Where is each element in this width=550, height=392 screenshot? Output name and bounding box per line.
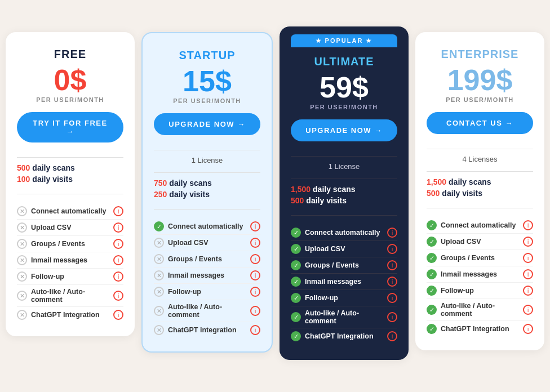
feature-item-enterprise-3: ✓Inmail messagesi (427, 266, 533, 283)
info-icon-enterprise-2[interactable]: i (523, 253, 533, 263)
info-icon-free-6[interactable]: i (113, 310, 123, 320)
info-icon-startup-5[interactable]: i (250, 306, 260, 316)
feature-left-startup-2: ✕Groups / Events (154, 254, 250, 264)
feature-list-enterprise: ✓Connect automaticallyi✓Upload CSVi✓Grou… (427, 217, 533, 337)
info-icon-ultimate-5[interactable]: i (387, 312, 397, 322)
info-icon-enterprise-4[interactable]: i (523, 286, 533, 296)
check-icon-ultimate-0: ✓ (291, 228, 301, 238)
info-icon-startup-1[interactable]: i (250, 238, 260, 248)
feature-left-enterprise-0: ✓Connect automatically (427, 220, 523, 230)
info-icon-free-0[interactable]: i (113, 206, 123, 216)
feature-item-ultimate-2: ✓Groups / Eventsi (291, 257, 397, 274)
feature-name-ultimate-5: Auto-like / Auto-comment (305, 309, 387, 325)
info-icon-enterprise-0[interactable]: i (523, 220, 533, 230)
feature-name-startup-4: Follow-up (168, 288, 201, 296)
info-icon-enterprise-1[interactable]: i (523, 237, 533, 247)
x-icon-startup-6: ✕ (154, 325, 164, 335)
check-icon-startup-0: ✓ (154, 221, 164, 231)
feature-name-ultimate-4: Follow-up (305, 294, 338, 302)
info-icon-startup-0[interactable]: i (250, 221, 260, 231)
check-icon-enterprise-5: ✓ (427, 305, 437, 315)
feature-name-free-2: Groups / Events (31, 240, 85, 248)
feature-left-enterprise-6: ✓ChatGPT Integration (427, 324, 523, 334)
check-icon-enterprise-2: ✓ (427, 253, 437, 263)
per-user-ultimate: PER USER/MONTH (310, 104, 378, 110)
check-icon-enterprise-6: ✓ (427, 324, 437, 334)
license-ultimate: 1 License (329, 162, 360, 171)
info-icon-free-2[interactable]: i (113, 239, 123, 249)
feature-left-ultimate-5: ✓Auto-like / Auto-comment (291, 309, 387, 325)
check-icon-enterprise-0: ✓ (427, 220, 437, 230)
x-icon-startup-2: ✕ (154, 254, 164, 264)
check-icon-ultimate-3: ✓ (291, 277, 301, 287)
plan-card-ultimate: ★ POPULAR ★ULTIMATE59$PER USER/MONTHUPGR… (280, 26, 409, 360)
info-icon-startup-6[interactable]: i (250, 325, 260, 335)
x-icon-startup-3: ✕ (154, 270, 164, 280)
info-icon-startup-2[interactable]: i (250, 254, 260, 264)
pricing-container: FREE0$PER USER/MONTHTRY IT FOR FREE →500… (6, 32, 544, 360)
cta-button-ultimate[interactable]: UPGRADE NOW → (291, 119, 397, 141)
per-user-free: PER USER/MONTH (36, 96, 104, 103)
feature-left-ultimate-1: ✓Upload CSV (291, 244, 387, 254)
info-icon-ultimate-1[interactable]: i (387, 244, 397, 254)
x-icon-free-5: ✕ (17, 291, 27, 301)
feature-item-free-6: ✕ChatGPT Integrationi (17, 307, 123, 323)
per-user-enterprise: PER USER/MONTH (446, 96, 514, 103)
license-startup: 1 License (192, 156, 223, 164)
daily-scans-free: 500 daily scans (17, 163, 123, 172)
info-icon-ultimate-2[interactable]: i (387, 260, 397, 270)
x-icon-startup-5: ✕ (154, 306, 164, 316)
x-icon-free-3: ✕ (17, 255, 27, 265)
cta-button-enterprise[interactable]: CONTACT US → (427, 112, 533, 134)
x-icon-free-6: ✕ (17, 310, 27, 320)
info-icon-enterprise-5[interactable]: i (523, 305, 533, 315)
info-icon-free-5[interactable]: i (113, 291, 123, 301)
info-icon-ultimate-4[interactable]: i (387, 293, 397, 303)
daily-scans-startup: 750 daily scans (154, 179, 260, 188)
feature-left-enterprise-4: ✓Follow-up (427, 286, 523, 296)
feature-item-ultimate-0: ✓Connect automaticallyi (291, 225, 397, 241)
license-enterprise: 4 Licenses (462, 155, 497, 163)
info-icon-ultimate-6[interactable]: i (387, 331, 397, 341)
feature-name-enterprise-5: Auto-like / Auto-comment (441, 302, 523, 318)
info-icon-startup-4[interactable]: i (250, 287, 260, 297)
feature-left-enterprise-2: ✓Groups / Events (427, 253, 523, 263)
feature-item-ultimate-5: ✓Auto-like / Auto-commenti (291, 306, 397, 328)
feature-item-enterprise-4: ✓Follow-upi (427, 283, 533, 299)
info-icon-free-4[interactable]: i (113, 271, 123, 282)
feature-name-free-0: Connect automatically (31, 207, 106, 215)
divider2-enterprise (427, 171, 533, 172)
info-icon-enterprise-6[interactable]: i (523, 324, 533, 334)
feature-left-ultimate-0: ✓Connect automatically (291, 228, 387, 238)
cta-button-free[interactable]: TRY IT FOR FREE → (17, 112, 123, 142)
cta-button-startup[interactable]: UPGRADE NOW → (154, 113, 260, 135)
plan-price-startup: 15$ (183, 65, 232, 97)
feature-item-enterprise-5: ✓Auto-like / Auto-commenti (427, 299, 533, 321)
info-icon-free-3[interactable]: i (113, 255, 123, 265)
info-icon-startup-3[interactable]: i (250, 270, 260, 280)
feature-name-enterprise-2: Groups / Events (441, 254, 495, 262)
divider3-enterprise (427, 208, 533, 208)
x-icon-free-1: ✕ (17, 222, 27, 233)
feature-name-ultimate-0: Connect automatically (305, 229, 380, 237)
x-icon-free-0: ✕ (17, 206, 27, 216)
feature-name-startup-6: ChatGPT integration (168, 326, 237, 334)
feature-left-startup-6: ✕ChatGPT integration (154, 325, 250, 335)
divider2-startup (154, 172, 260, 173)
feature-item-free-5: ✕Auto-like / Auto-commenti (17, 285, 123, 307)
feature-left-ultimate-3: ✓Inmail messages (291, 277, 387, 287)
daily-visits-free: 100 daily visits (17, 175, 123, 184)
info-icon-ultimate-3[interactable]: i (387, 277, 397, 287)
daily-scans-ultimate: 1,500 daily scans (291, 185, 397, 194)
feature-item-free-4: ✕Follow-upi (17, 269, 123, 285)
feature-name-startup-3: Inmail messages (168, 271, 224, 279)
info-icon-enterprise-3[interactable]: i (523, 269, 533, 279)
feature-list-ultimate: ✓Connect automaticallyi✓Upload CSVi✓Grou… (291, 225, 397, 344)
info-icon-ultimate-0[interactable]: i (387, 228, 397, 238)
info-icon-free-1[interactable]: i (113, 222, 123, 233)
divider2-ultimate (291, 179, 397, 179)
feature-name-enterprise-0: Connect automatically (441, 221, 516, 229)
feature-item-startup-1: ✕Upload CSVi (154, 235, 260, 251)
scans-visits-ultimate: 1,500 daily scans500 daily visits (291, 185, 397, 207)
x-icon-startup-1: ✕ (154, 238, 164, 248)
